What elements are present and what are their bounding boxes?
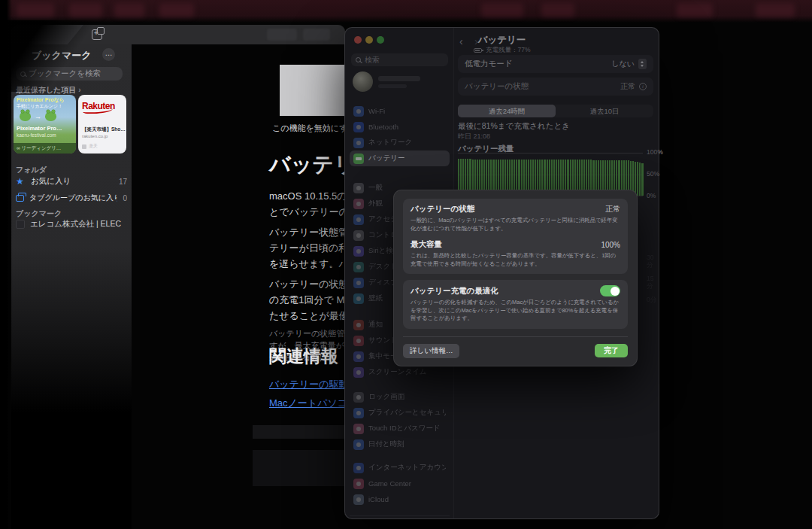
- menu-bar-blob: [677, 3, 713, 17]
- menu-bar-blob: [159, 3, 194, 17]
- folder-count: 17: [119, 178, 127, 186]
- article-text-line: バッテリー状態管理の: [269, 226, 345, 239]
- search-placeholder: ブックマークを検索: [29, 68, 101, 79]
- article-notice: この機能を無効にする: [272, 123, 345, 134]
- arrow-icon: →: [35, 113, 41, 120]
- article-text-line: とでバッテリーの寿命: [269, 205, 345, 219]
- rakuten-logo: Rakuten: [82, 101, 115, 111]
- card-subline: 手軽にリカエルンジ！: [17, 103, 62, 110]
- star-icon: ★: [16, 177, 26, 187]
- card-badge: 楽天: [82, 143, 98, 150]
- max-capacity-caption: これは、新品時と比較したバッテリー容量の基準です。容量が低下すると、1回の充電で…: [411, 252, 620, 268]
- card-title: Pixelmator Pro…: [17, 125, 62, 132]
- folder-row-tabgroup-favorites[interactable]: タブグループのお気に入り 0: [16, 190, 127, 205]
- done-button[interactable]: 完了: [595, 344, 628, 357]
- optimized-charging-toggle[interactable]: [600, 285, 620, 296]
- related-link[interactable]: バッテリーの駆動時間: [269, 378, 345, 391]
- bookmark-row-elecom[interactable]: エレコム株式会社 | ELEC: [16, 217, 127, 232]
- frog-icon: [45, 111, 56, 121]
- related-heading: 関連情報: [269, 345, 338, 368]
- card-url: kaeru-festival.com: [17, 132, 56, 138]
- battery-health-sheet: バッテリーの状態 正常 一般的に、Macのバッテリーはすべての充電式バッテリーと…: [393, 190, 638, 366]
- article-image: [280, 65, 345, 116]
- toolbar-blob: [303, 29, 330, 41]
- tab-overview-icon[interactable]: [92, 29, 102, 40]
- tab-group-icon: [16, 195, 24, 202]
- optimized-charging-group: バッテリー充電の最適化 バッテリーの劣化を軽減するため、このMacが日ごろどのよ…: [403, 280, 628, 329]
- card-url: rakuten.co.jp: [82, 134, 108, 138]
- optimized-charging-title: バッテリー充電の最適化: [411, 286, 498, 296]
- article-text-line: の充電1回分で Mac: [269, 293, 345, 307]
- sidebar-title: ブックマーク: [32, 49, 92, 62]
- health-capacity-group: バッテリーの状態 正常 一般的に、Macのバッテリーはすべての充電式バッテリーと…: [403, 199, 628, 274]
- max-capacity-title: 最大容量: [411, 239, 442, 250]
- menu-bar: [0, 0, 812, 23]
- chevron-right-icon: ›: [78, 86, 80, 94]
- article-text-line: たせることが最優先な: [269, 309, 345, 323]
- battery-condition-title: バッテリーの状態: [411, 204, 474, 214]
- menu-bar-blob: [481, 3, 523, 17]
- bookmark-search-input[interactable]: ブックマークを検索: [16, 67, 123, 81]
- article-text-line: macOS 10.15.5の: [269, 190, 345, 203]
- article-text-line: を遅らせます。バッテリ: [269, 257, 345, 271]
- optimized-charging-caption: バッテリーの劣化を軽減するため、このMacが日ごろどのように充電されているかを学…: [411, 299, 620, 323]
- article-text-line: テリーが日頃の利用状: [269, 242, 345, 255]
- bookmark-card-pixelmator[interactable]: Pixelmator Proなら 手軽にリカエルンジ！ → Pixelmator…: [14, 95, 76, 154]
- recent-section-header[interactable]: 最近保存した項目 ›: [16, 85, 81, 96]
- folder-icon: [82, 144, 86, 149]
- menu-bar-blob: [17, 3, 54, 17]
- page-dim-block: [253, 425, 345, 439]
- menu-bar-blob: [69, 3, 102, 17]
- safari-toolbar-segment: [11, 25, 83, 44]
- article-text-line: バッテリーの状態管理: [269, 278, 345, 291]
- menu-bar-blob: [541, 3, 574, 17]
- max-capacity-value: 100%: [601, 241, 620, 249]
- battery-condition-value: 正常: [605, 204, 620, 214]
- folder-count: 0: [123, 194, 127, 202]
- safari-bookmarks-sidebar: ブックマーク … ブックマークを検索 最近保存した項目 › Pixelmator…: [11, 44, 132, 529]
- article-fine-print-line: バッテリーの状態管理が: [269, 328, 345, 339]
- article-heading: バッテリー: [269, 150, 345, 179]
- card-title: 【楽天市場】Sho…: [82, 126, 126, 133]
- webpage-content: この機能を無効にする バッテリー macOS 10.15.5のとでバッテリーの寿…: [132, 45, 345, 529]
- page-dim-block: [253, 450, 345, 486]
- more-info-button[interactable]: 詳しい情報…: [403, 344, 459, 358]
- battery-condition-caption: 一般的に、Macのバッテリーはすべての充電式バッテリーと同様に消耗品で経年変化が…: [411, 217, 620, 233]
- related-link[interactable]: Macノートパソコンの: [269, 397, 345, 410]
- menu-bar-blob: [114, 3, 144, 17]
- menu-bar-blob: [756, 3, 795, 17]
- search-icon: [20, 71, 26, 77]
- folder-row-favorites[interactable]: ★ お気に入り 17: [16, 174, 127, 189]
- more-button[interactable]: …: [102, 48, 115, 61]
- bookmark-card-rakuten[interactable]: Rakuten 【楽天市場】Sho… rakuten.co.jp 楽天: [78, 95, 126, 154]
- site-favicon: [16, 220, 25, 229]
- frog-illustration: →: [20, 111, 56, 121]
- reading-list-badge: ∞ リーディングリ…: [14, 143, 76, 154]
- sheet-footer: 詳しい情報… 完了: [403, 336, 628, 358]
- left-vignette: [0, 0, 12, 529]
- screen: ブックマーク … ブックマークを検索 最近保存した項目 › Pixelmator…: [0, 0, 812, 529]
- safari-toolbar: [11, 25, 345, 44]
- toolbar-blob: [267, 29, 297, 41]
- frog-icon: [20, 111, 31, 121]
